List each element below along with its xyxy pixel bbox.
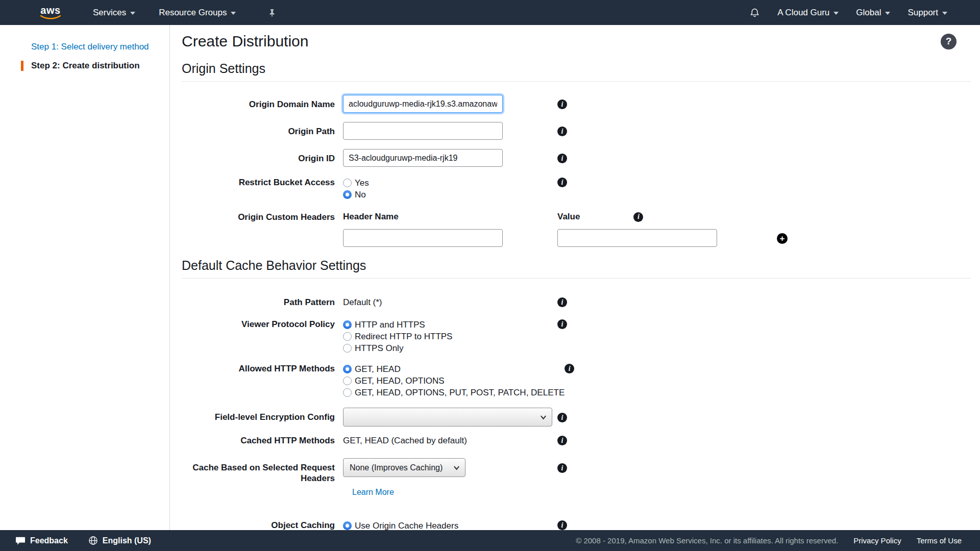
radio-icon[interactable] <box>343 332 352 341</box>
header-value-input[interactable] <box>557 229 717 247</box>
viewer-protocol-policy-row: Viewer Protocol Policy HTTP and HTTPS Re… <box>182 319 971 354</box>
radio-label: GET, HEAD, OPTIONS <box>355 375 445 387</box>
info-icon[interactable]: i <box>557 178 567 187</box>
radio-label: Use Origin Cache Headers <box>355 520 458 530</box>
sidebar-step-1[interactable]: Step 1: Select delivery method <box>21 42 162 52</box>
info-icon[interactable]: i <box>557 520 567 530</box>
info-icon[interactable]: i <box>557 297 567 307</box>
field-level-encryption-select[interactable] <box>343 408 552 427</box>
support-menu[interactable]: Support <box>908 8 947 18</box>
chevron-down-icon <box>231 12 236 15</box>
language-label: English (US) <box>103 536 151 545</box>
object-caching-row: Object Caching Use Origin Cache Headers … <box>182 520 971 530</box>
path-pattern-value: Default (*) <box>343 297 382 307</box>
origin-id-input[interactable] <box>343 149 503 167</box>
field-level-encryption-row: Field-level Encryption Config i <box>182 408 971 427</box>
allowed-methods-option-1[interactable]: GET, HEAD <box>343 363 565 375</box>
radio-checked-icon[interactable] <box>343 320 352 329</box>
info-icon[interactable]: i <box>557 463 567 473</box>
pin-icon <box>267 8 277 17</box>
account-menu-label: A Cloud Guru <box>777 8 829 18</box>
footer: Feedback English (US) © 2008 - 2019, Ama… <box>0 530 980 551</box>
restrict-bucket-access-row: Restrict Bucket Access Yes No i <box>182 177 971 201</box>
aws-smile-icon <box>40 15 61 19</box>
region-menu[interactable]: Global <box>856 8 890 18</box>
language-selector[interactable]: English (US) <box>88 536 151 545</box>
radio-label: Yes <box>355 177 369 189</box>
viewer-protocol-policy-label: Viewer Protocol Policy <box>182 319 335 330</box>
origin-path-label: Origin Path <box>182 122 335 137</box>
cached-http-methods-row: Cached HTTP Methods GET, HEAD (Cached by… <box>182 435 971 446</box>
aws-logo[interactable]: aws <box>40 6 61 19</box>
help-button[interactable]: ? <box>941 34 957 49</box>
radio-icon[interactable] <box>343 179 352 187</box>
origin-custom-headers-label: Origin Custom Headers <box>182 212 335 222</box>
radio-icon[interactable] <box>343 388 352 397</box>
info-icon[interactable]: i <box>633 212 643 222</box>
object-caching-label: Object Caching <box>182 520 335 530</box>
field-level-encryption-label: Field-level Encryption Config <box>182 408 335 422</box>
radio-label: HTTP and HTTPS <box>355 319 425 331</box>
feedback-bubble-icon <box>15 536 26 545</box>
cache-based-headers-label: Cache Based on Selected Request Headers <box>182 458 335 484</box>
info-icon[interactable]: i <box>557 436 567 445</box>
origin-settings-heading: Origin Settings <box>182 61 971 76</box>
radio-label: GET, HEAD <box>355 363 401 375</box>
region-menu-label: Global <box>856 8 881 18</box>
section-divider <box>182 278 971 279</box>
radio-checked-icon[interactable] <box>343 190 352 199</box>
header-name-input[interactable] <box>343 229 503 247</box>
radio-icon[interactable] <box>343 344 352 353</box>
allowed-http-methods-label: Allowed HTTP Methods <box>182 363 335 374</box>
cache-behavior-heading: Default Cache Behavior Settings <box>182 258 971 273</box>
steps-sidebar: Step 1: Select delivery method Step 2: C… <box>0 25 170 530</box>
cached-http-methods-label: Cached HTTP Methods <box>182 435 335 446</box>
privacy-policy-link[interactable]: Privacy Policy <box>853 536 901 545</box>
origin-domain-name-input[interactable] <box>343 95 503 113</box>
origin-path-input[interactable] <box>343 122 503 140</box>
viewer-protocol-option-3[interactable]: HTTPS Only <box>343 342 557 354</box>
learn-more-link[interactable]: Learn More <box>352 488 394 496</box>
bell-icon <box>749 7 760 18</box>
resource-groups-menu[interactable]: Resource Groups <box>159 8 236 18</box>
add-header-button[interactable]: + <box>777 233 788 244</box>
feedback-button[interactable]: Feedback <box>15 536 68 545</box>
terms-of-use-link[interactable]: Terms of Use <box>917 536 962 545</box>
cached-http-methods-value: GET, HEAD (Cached by default) <box>343 436 467 445</box>
chevron-down-icon <box>885 12 890 15</box>
radio-checked-icon[interactable] <box>343 521 352 530</box>
info-icon[interactable]: i <box>557 154 567 163</box>
restrict-yes-option[interactable]: Yes <box>343 177 557 189</box>
path-pattern-row: Path Pattern Default (*) i <box>182 297 971 308</box>
info-icon[interactable]: i <box>557 99 567 109</box>
info-icon[interactable]: i <box>557 127 567 136</box>
info-icon[interactable]: i <box>557 413 567 422</box>
account-menu[interactable]: A Cloud Guru <box>777 8 839 18</box>
origin-domain-name-row: Origin Domain Name i <box>182 95 971 113</box>
allowed-methods-option-3[interactable]: GET, HEAD, OPTIONS, PUT, POST, PATCH, DE… <box>343 387 565 398</box>
path-pattern-label: Path Pattern <box>182 297 335 308</box>
chevron-down-icon <box>453 464 460 471</box>
viewer-protocol-option-2[interactable]: Redirect HTTP to HTTPS <box>343 331 557 342</box>
aws-logo-text: aws <box>40 6 60 15</box>
radio-label: GET, HEAD, OPTIONS, PUT, POST, PATCH, DE… <box>355 387 565 398</box>
origin-id-label: Origin ID <box>182 149 335 164</box>
info-icon[interactable]: i <box>565 364 574 373</box>
section-divider <box>182 81 971 82</box>
chevron-down-icon <box>834 12 839 15</box>
notifications-button[interactable] <box>749 7 760 18</box>
radio-label: HTTPS Only <box>355 342 403 354</box>
radio-checked-icon[interactable] <box>343 365 352 373</box>
info-icon[interactable]: i <box>557 319 567 329</box>
top-navbar: aws Services Resource Groups A Cloud Gur… <box>0 0 980 25</box>
pin-button[interactable] <box>267 8 277 17</box>
allowed-methods-option-2[interactable]: GET, HEAD, OPTIONS <box>343 375 565 387</box>
radio-label: Redirect HTTP to HTTPS <box>355 331 452 342</box>
radio-icon[interactable] <box>343 377 352 385</box>
restrict-no-option[interactable]: No <box>343 189 557 201</box>
cache-based-headers-select[interactable]: None (Improves Caching) <box>343 458 465 477</box>
viewer-protocol-option-1[interactable]: HTTP and HTTPS <box>343 319 557 331</box>
copyright-text: © 2008 - 2019, Amazon Web Services, Inc.… <box>576 536 838 545</box>
services-menu[interactable]: Services <box>93 8 135 18</box>
object-caching-option-1[interactable]: Use Origin Cache Headers <box>343 520 557 530</box>
